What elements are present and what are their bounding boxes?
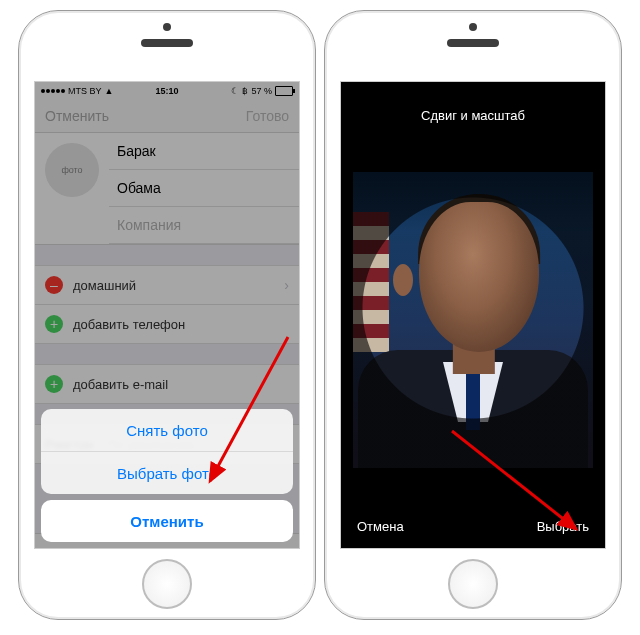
phone-right: Сдвиг и масштаб Отмена Выбрать bbox=[324, 10, 622, 620]
crop-title: Сдвиг и масштаб bbox=[341, 82, 605, 123]
crop-actions: Отмена Выбрать bbox=[341, 504, 605, 548]
portrait-ear bbox=[393, 264, 413, 296]
screen-left: MTS BY ▲ 15:10 ☾ ฿ 57 % Отменить Готово … bbox=[34, 81, 300, 549]
portrait-head bbox=[419, 202, 539, 352]
earpiece bbox=[141, 39, 193, 47]
home-button[interactable] bbox=[448, 559, 498, 609]
crop-cancel-button[interactable]: Отмена bbox=[357, 519, 404, 534]
sheet-take-photo[interactable]: Снять фото bbox=[41, 409, 293, 452]
front-camera bbox=[163, 23, 171, 31]
portrait-tie bbox=[466, 370, 480, 430]
phone-left: MTS BY ▲ 15:10 ☾ ฿ 57 % Отменить Готово … bbox=[18, 10, 316, 620]
contact-photo[interactable] bbox=[353, 172, 593, 468]
crop-choose-button[interactable]: Выбрать bbox=[537, 519, 589, 534]
action-sheet: Снять фото Выбрать фото Отменить bbox=[41, 409, 293, 542]
sheet-choose-photo[interactable]: Выбрать фото bbox=[41, 452, 293, 494]
sheet-cancel[interactable]: Отменить bbox=[41, 500, 293, 542]
earpiece bbox=[447, 39, 499, 47]
screen-right: Сдвиг и масштаб Отмена Выбрать bbox=[340, 81, 606, 549]
home-button[interactable] bbox=[142, 559, 192, 609]
front-camera bbox=[469, 23, 477, 31]
crop-area[interactable] bbox=[353, 172, 593, 468]
